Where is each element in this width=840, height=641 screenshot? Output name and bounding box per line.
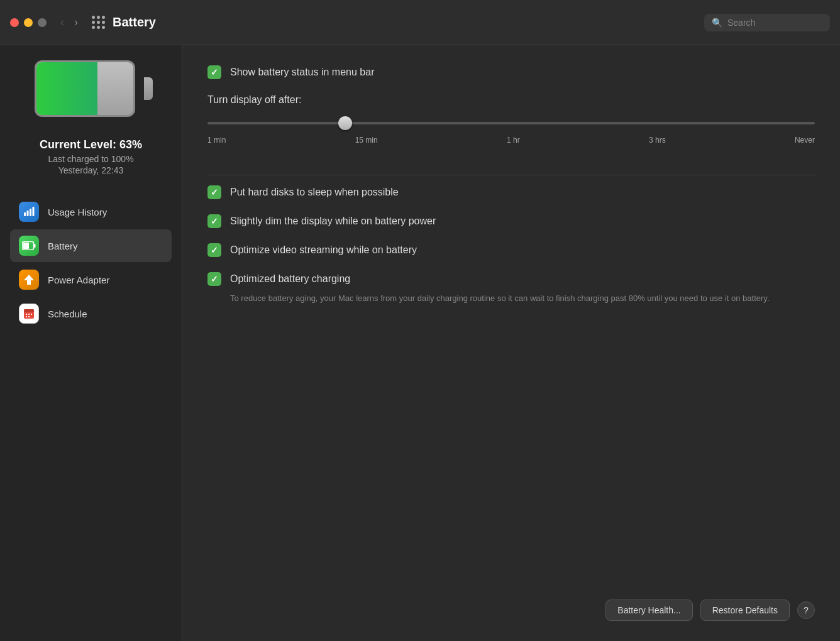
- main-container: Current Level: 63% Last charged to 100% …: [0, 45, 840, 641]
- display-off-slider-container: [207, 116, 815, 127]
- fullscreen-button[interactable]: [38, 18, 47, 27]
- sidebar-item-battery[interactable]: Battery: [10, 229, 172, 262]
- svg-rect-5: [23, 243, 29, 249]
- grid-dot: [92, 26, 95, 29]
- sidebar-label-battery: Battery: [48, 241, 78, 251]
- minimize-button[interactable]: [24, 18, 33, 27]
- window-title: Battery: [113, 15, 704, 30]
- show-battery-checkbox[interactable]: ✓: [207, 65, 221, 79]
- nav-arrows: ‹ ›: [57, 13, 82, 31]
- grid-dot: [102, 26, 105, 29]
- svg-rect-12: [31, 314, 32, 315]
- help-button[interactable]: ?: [797, 601, 815, 619]
- titlebar: ‹ › Battery 🔍: [0, 0, 840, 45]
- grid-dot: [97, 26, 100, 29]
- search-icon: 🔍: [712, 18, 722, 28]
- battery-nav-icon: [19, 236, 39, 256]
- svg-rect-3: [33, 207, 35, 216]
- optimized-charging-row: ✓ Optimized battery charging: [207, 272, 815, 286]
- sidebar: Current Level: 63% Last charged to 100% …: [0, 45, 182, 641]
- sidebar-item-usage-history[interactable]: Usage History: [10, 195, 172, 228]
- grid-dot: [92, 21, 95, 24]
- sidebar-item-schedule[interactable]: Schedule: [10, 297, 172, 330]
- hard-disks-label: Put hard disks to sleep when possible: [230, 187, 399, 198]
- battery-terminal: [144, 77, 153, 100]
- svg-rect-11: [28, 314, 30, 315]
- optimized-charging-checkbox[interactable]: ✓: [207, 272, 221, 286]
- slider-labels: 1 min 15 min 1 hr 3 hrs Never: [207, 136, 815, 145]
- grid-dot: [92, 16, 95, 19]
- bottom-bar: Battery Health... Restore Defaults ?: [605, 600, 815, 621]
- checkmark-icon: ✓: [211, 187, 218, 197]
- optimized-charging-description: To reduce battery aging, your Mac learns…: [230, 292, 815, 305]
- svg-rect-2: [30, 209, 31, 216]
- dim-display-label: Slightly dim the display while on batter…: [230, 216, 436, 227]
- options-section: ✓ Put hard disks to sleep when possible …: [207, 185, 815, 315]
- hard-disks-row: ✓ Put hard disks to sleep when possible: [207, 185, 815, 199]
- slider-label-3hrs: 3 hrs: [649, 136, 666, 145]
- slider-label-min: 1 min: [207, 136, 226, 145]
- svg-rect-10: [26, 314, 27, 315]
- show-battery-row: ✓ Show battery status in menu bar: [207, 65, 815, 79]
- grid-dot: [102, 16, 105, 19]
- checkmark-icon: ✓: [211, 67, 218, 77]
- svg-rect-9: [24, 309, 34, 312]
- battery-level-text: Current Level: 63%: [40, 138, 142, 151]
- search-box[interactable]: 🔍: [704, 14, 830, 31]
- svg-rect-6: [34, 244, 36, 248]
- grid-dot: [97, 21, 100, 24]
- dim-display-checkbox[interactable]: ✓: [207, 214, 221, 228]
- svg-rect-0: [24, 212, 26, 216]
- divider: [207, 175, 815, 175]
- usage-history-icon: [19, 202, 39, 222]
- video-streaming-label: Optimize video streaming while on batter…: [230, 244, 417, 256]
- display-off-slider[interactable]: [207, 122, 815, 124]
- forward-button[interactable]: ›: [70, 13, 82, 31]
- power-adapter-icon: [19, 270, 39, 290]
- grid-dot: [102, 21, 105, 24]
- battery-body-wrapper: [35, 60, 144, 117]
- dim-display-row: ✓ Slightly dim the display while on batt…: [207, 214, 815, 228]
- sidebar-label-usage-history: Usage History: [48, 207, 107, 217]
- battery-health-button[interactable]: Battery Health...: [605, 600, 692, 621]
- grid-dot: [97, 16, 100, 19]
- video-streaming-checkbox[interactable]: ✓: [207, 243, 221, 257]
- sidebar-item-power-adapter[interactable]: Power Adapter: [10, 263, 172, 296]
- hard-disks-checkbox[interactable]: ✓: [207, 185, 221, 199]
- schedule-icon: [19, 304, 39, 324]
- display-off-section: Turn display off after: 1 min 15 min 1 h…: [207, 94, 815, 145]
- traffic-lights: [10, 18, 47, 27]
- svg-rect-1: [27, 211, 29, 216]
- search-input[interactable]: [727, 18, 822, 28]
- slider-label-1hr: 1 hr: [507, 136, 520, 145]
- close-button[interactable]: [10, 18, 19, 27]
- battery-icon-visual: [35, 60, 148, 123]
- optimized-charging-label: Optimized battery charging: [230, 273, 350, 285]
- last-charged-text: Last charged to 100%: [40, 154, 142, 164]
- content-area: ✓ Show battery status in menu bar Turn d…: [182, 45, 840, 641]
- battery-fill: [36, 62, 97, 115]
- display-off-title: Turn display off after:: [207, 94, 815, 106]
- sidebar-label-schedule: Schedule: [48, 309, 87, 319]
- sidebar-label-power-adapter: Power Adapter: [48, 275, 109, 285]
- battery-info: Current Level: 63% Last charged to 100% …: [40, 138, 142, 175]
- checkmark-icon: ✓: [211, 274, 218, 284]
- svg-marker-7: [24, 275, 34, 285]
- restore-defaults-button[interactable]: Restore Defaults: [700, 600, 790, 621]
- svg-rect-13: [26, 316, 27, 317]
- checkmark-icon: ✓: [211, 245, 218, 255]
- sidebar-nav: Usage History Battery: [0, 195, 182, 330]
- slider-label-15min: 15 min: [355, 136, 378, 145]
- checkmark-icon: ✓: [211, 216, 218, 226]
- last-charged-date: Yesterday, 22:43: [40, 165, 142, 175]
- show-battery-label: Show battery status in menu bar: [230, 67, 374, 78]
- app-grid-icon[interactable]: [92, 16, 105, 29]
- back-button[interactable]: ‹: [57, 13, 68, 31]
- slider-label-never: Never: [795, 136, 815, 145]
- battery-body: [35, 60, 135, 117]
- svg-rect-14: [28, 316, 30, 317]
- video-streaming-row: ✓ Optimize video streaming while on batt…: [207, 243, 815, 257]
